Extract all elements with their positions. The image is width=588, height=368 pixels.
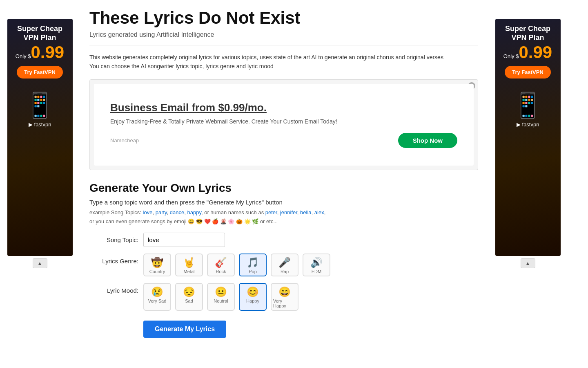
mood-neutral-icon: 😐: [215, 287, 227, 297]
genre-country-label: Country: [149, 269, 165, 274]
main-content: These Lyrics Do Not Exist Lyrics generat…: [80, 0, 488, 368]
lyric-mood-row: Lyric Mood: 😢 Very Sad 😔 Sad 😐 Neutral 😊…: [89, 283, 478, 311]
generator-examples: example Song Topics: love, party, dance,…: [89, 208, 478, 226]
lyrics-genre-label: Lyrics Genre:: [89, 258, 138, 265]
left-ad-cta-button[interactable]: Try FastVPN: [17, 66, 63, 79]
example-happy[interactable]: happy: [187, 209, 201, 215]
right-scroll-up-button[interactable]: ▲: [521, 258, 535, 268]
genre-rap[interactable]: 🎤 Rap: [271, 254, 298, 276]
left-ad-price: 0.99: [31, 43, 64, 62]
mood-very-sad-label: Very Sad: [148, 298, 167, 303]
ad-banner-shop-button[interactable]: Shop Now: [398, 133, 457, 148]
genre-edm[interactable]: 🔊 EDM: [303, 254, 330, 276]
ad-banner-brand: Namecheap: [110, 137, 139, 144]
mood-very-happy-label: Very Happy: [273, 298, 296, 308]
left-ad-title: Super Cheap VPN Plan: [12, 25, 68, 42]
genre-pop-icon: 🎵: [247, 258, 259, 267]
genre-rap-icon: 🎤: [278, 258, 291, 267]
genre-country-icon: 🤠: [151, 258, 163, 267]
generator-title: Generate Your Own Lyrics: [89, 182, 478, 195]
genre-rock[interactable]: 🎸 Rock: [207, 254, 235, 276]
right-ad-cta-button[interactable]: Try FastVPN: [505, 66, 551, 79]
ad-banner-desc: Enjoy Tracking-Free & Totally Private We…: [110, 118, 337, 125]
left-ad-brand: ▶ fastvpn: [29, 121, 51, 128]
mood-sad-label: Sad: [185, 298, 193, 303]
song-topic-row: Song Topic:: [89, 233, 478, 247]
generator-section: Generate Your Own Lyrics Type a song top…: [89, 182, 478, 350]
example-jennifer[interactable]: jennifer: [280, 209, 297, 215]
ad-banner: ℹ Business Email from $0.99/mo. Enjoy Tr…: [89, 79, 478, 170]
left-ad-price-prefix: Only $0.99: [16, 44, 64, 61]
mood-very-sad-icon: 😢: [151, 287, 163, 297]
right-ad-title: Super Cheap VPN Plan: [500, 25, 556, 42]
left-ad-panel: Super Cheap VPN Plan Only $0.99 Try Fast…: [0, 19, 80, 368]
genre-pop-label: Pop: [249, 269, 257, 274]
song-topic-label: Song Topic:: [89, 236, 138, 243]
generator-instructions: Type a song topic word and then press th…: [89, 199, 478, 206]
header-divider: [89, 45, 478, 45]
left-ad-brand-icon: ▶: [29, 121, 33, 128]
left-ad-content: Super Cheap VPN Plan Only $0.99 Try Fast…: [7, 19, 73, 256]
mood-happy[interactable]: 😊 Happy: [239, 283, 267, 311]
mood-happy-icon: 😊: [247, 287, 259, 297]
example-party[interactable]: party: [156, 209, 167, 215]
description-line2: You can choose the AI songwriter lyrics …: [89, 63, 274, 70]
genre-rap-label: Rap: [281, 269, 289, 274]
mood-options: 😢 Very Sad 😔 Sad 😐 Neutral 😊 Happy 😄: [143, 283, 298, 311]
right-ad-brand-icon: ▶: [517, 121, 521, 128]
example-bella[interactable]: bella: [300, 209, 311, 215]
description-line1: This website generates completely origin…: [89, 54, 443, 61]
ad-banner-title: Business Email from $0.99/mo.: [110, 101, 267, 114]
right-ad-content: Super Cheap VPN Plan Only $0.99 Try Fast…: [495, 19, 561, 256]
mood-very-sad[interactable]: 😢 Very Sad: [143, 283, 171, 311]
page-subtitle: Lyrics generated using Artificial Intell…: [89, 31, 478, 38]
genre-edm-label: EDM: [312, 269, 321, 274]
example-love[interactable]: love: [143, 209, 153, 215]
left-ad-phone-icon: 📱: [24, 91, 55, 120]
mood-happy-label: Happy: [246, 298, 259, 303]
left-scroll-up-button[interactable]: ▲: [33, 258, 47, 268]
mood-very-happy[interactable]: 😄 Very Happy: [271, 283, 298, 311]
mood-very-happy-icon: 😄: [278, 287, 291, 297]
right-ad-phone-icon: 📱: [512, 91, 543, 120]
right-ad-price-prefix: Only $0.99: [503, 44, 552, 61]
genre-country[interactable]: 🤠 Country: [143, 254, 171, 276]
song-topic-input[interactable]: [143, 233, 225, 247]
lyrics-genre-row: Lyrics Genre: 🤠 Country 🤘 Metal 🎸 Rock 🎵…: [89, 254, 478, 276]
page-title: These Lyrics Do Not Exist: [89, 8, 478, 28]
lyric-mood-label: Lyric Mood:: [89, 287, 138, 294]
genre-options: 🤠 Country 🤘 Metal 🎸 Rock 🎵 Pop 🎤: [143, 254, 330, 276]
examples-prefix: example Song Topics:: [89, 209, 141, 215]
genre-metal[interactable]: 🤘 Metal: [175, 254, 203, 276]
example-dance[interactable]: dance: [170, 209, 184, 215]
generate-button[interactable]: Generate My Lyrics: [143, 321, 226, 338]
mood-sad-icon: 😔: [183, 287, 195, 297]
right-ad-price: 0.99: [519, 43, 552, 62]
example-peter[interactable]: peter: [265, 209, 277, 215]
right-ad-brand: ▶ fastvpn: [517, 121, 539, 128]
genre-metal-icon: 🤘: [183, 258, 195, 267]
mood-neutral[interactable]: 😐 Neutral: [207, 283, 235, 311]
ad-banner-footer: Namecheap Shop Now: [110, 133, 457, 148]
genre-pop[interactable]: 🎵 Pop: [239, 254, 267, 276]
right-ad-panel: Super Cheap VPN Plan Only $0.99 Try Fast…: [488, 19, 568, 368]
ad-banner-inner: Business Email from $0.99/mo. Enjoy Trac…: [94, 84, 474, 166]
mood-neutral-label: Neutral: [214, 298, 228, 303]
genre-rock-icon: 🎸: [215, 258, 227, 267]
example-alex[interactable]: alex: [314, 209, 324, 215]
page-description: This website generates completely origin…: [89, 53, 478, 71]
genre-metal-label: Metal: [184, 269, 195, 274]
genre-edm-icon: 🔊: [310, 258, 323, 267]
genre-rock-label: Rock: [216, 269, 226, 274]
mood-sad[interactable]: 😔 Sad: [175, 283, 203, 311]
